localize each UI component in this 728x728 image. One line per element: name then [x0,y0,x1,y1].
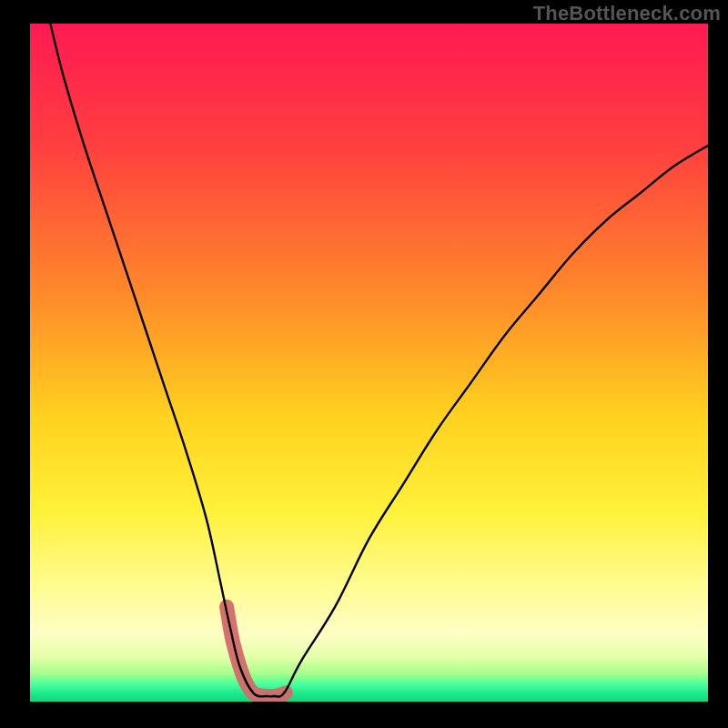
plot-area [30,24,708,702]
attribution-label: TheBottleneck.com [533,2,721,25]
gradient-background [30,24,708,702]
bottleneck-chart [0,0,728,728]
chart-container: TheBottleneck.com [0,0,728,728]
